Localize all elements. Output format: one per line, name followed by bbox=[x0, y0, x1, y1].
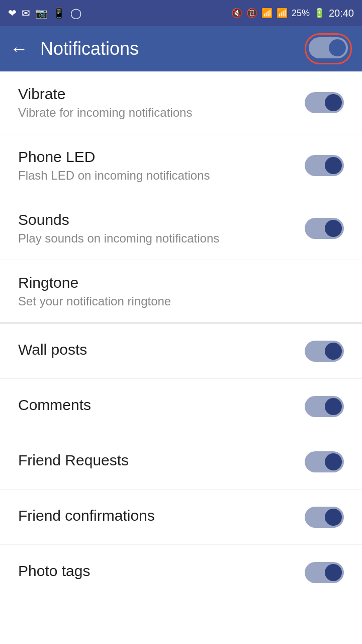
photo-tags-title: Photo tags bbox=[18, 562, 305, 580]
photo-tags-toggle[interactable] bbox=[305, 562, 344, 583]
settings-item-photo-tags[interactable]: Photo tags bbox=[0, 545, 362, 600]
vibrate-toggle-thumb bbox=[325, 94, 342, 111]
volume-off-icon: 📵 bbox=[246, 8, 257, 19]
ringtone-subtitle: Set your notification ringtone bbox=[18, 294, 344, 308]
wifi-icon: 📶 bbox=[261, 8, 273, 19]
comments-toggle[interactable] bbox=[305, 396, 344, 417]
wall-posts-toggle-thumb bbox=[325, 343, 342, 360]
sounds-toggle-track bbox=[305, 218, 344, 239]
phone-led-title: Phone LED bbox=[18, 148, 305, 166]
settings-item-comments[interactable]: Comments bbox=[0, 379, 362, 434]
photo-tags-text: Photo tags bbox=[18, 562, 305, 583]
master-toggle-thumb bbox=[329, 39, 346, 56]
vibrate-toggle[interactable] bbox=[305, 92, 344, 113]
wall-posts-toggle[interactable] bbox=[305, 341, 344, 362]
wall-posts-toggle-track bbox=[305, 341, 344, 362]
settings-item-sounds[interactable]: Sounds Play sounds on incoming notificat… bbox=[0, 197, 362, 260]
photo-tags-toggle-thumb bbox=[325, 564, 342, 581]
back-button[interactable]: ← bbox=[10, 38, 28, 59]
settings-item-phone-led[interactable]: Phone LED Flash LED on incoming notifica… bbox=[0, 134, 362, 197]
header-left: ← Notifications bbox=[10, 38, 139, 59]
pinterest-icon: ❤ bbox=[8, 7, 17, 19]
phone-led-toggle-thumb bbox=[325, 157, 342, 174]
status-icons-right: 🔇 📵 📶 📶 25% 🔋 20:40 bbox=[231, 8, 354, 19]
clock: 20:40 bbox=[329, 8, 354, 19]
friend-requests-toggle-thumb bbox=[325, 453, 342, 470]
friend-confirmations-toggle-track bbox=[305, 507, 344, 528]
ringtone-text: Ringtone Set your notification ringtone bbox=[18, 274, 344, 308]
photo-tags-toggle-track bbox=[305, 562, 344, 583]
friend-requests-text: Friend Requests bbox=[18, 452, 305, 472]
wall-posts-title: Wall posts bbox=[18, 341, 305, 358]
friend-confirmations-toggle[interactable] bbox=[305, 507, 344, 528]
comments-text: Comments bbox=[18, 396, 305, 417]
friend-requests-title: Friend Requests bbox=[18, 452, 305, 469]
settings-list: Vibrate Vibrate for incoming notificatio… bbox=[0, 71, 362, 600]
ringtone-title: Ringtone bbox=[18, 274, 344, 291]
status-bar: ❤ ✉ 📷 📱 ◯ 🔇 📵 📶 📶 25% 🔋 20:40 bbox=[0, 0, 362, 26]
settings-item-wall-posts[interactable]: Wall posts bbox=[0, 324, 362, 379]
wall-posts-text: Wall posts bbox=[18, 341, 305, 361]
friend-confirmations-toggle-thumb bbox=[325, 509, 342, 526]
vibrate-subtitle: Vibrate for incoming notifications bbox=[18, 106, 305, 120]
bluetooth-mute-icon: 🔇 bbox=[231, 8, 242, 19]
phone-led-toggle[interactable] bbox=[305, 155, 344, 176]
sounds-subtitle: Play sounds on incoming notifications bbox=[18, 231, 305, 246]
sounds-title: Sounds bbox=[18, 211, 305, 228]
sounds-text: Sounds Play sounds on incoming notificat… bbox=[18, 211, 305, 246]
phone-led-toggle-track bbox=[305, 155, 344, 176]
friend-confirmations-title: Friend confirmations bbox=[18, 507, 305, 524]
master-toggle-track bbox=[309, 37, 348, 58]
settings-item-friend-confirmations[interactable]: Friend confirmations bbox=[0, 490, 362, 545]
battery-level: 25% bbox=[292, 8, 310, 19]
sounds-toggle-thumb bbox=[325, 220, 342, 237]
friend-requests-toggle[interactable] bbox=[305, 451, 344, 472]
master-toggle[interactable] bbox=[309, 37, 348, 58]
status-icons-left: ❤ ✉ 📷 📱 ◯ bbox=[8, 7, 81, 19]
phone-led-subtitle: Flash LED on incoming notifications bbox=[18, 169, 305, 183]
vibrate-title: Vibrate bbox=[18, 86, 305, 103]
friend-confirmations-text: Friend confirmations bbox=[18, 507, 305, 527]
settings-item-friend-requests[interactable]: Friend Requests bbox=[0, 434, 362, 490]
battery-icon: 🔋 bbox=[314, 8, 325, 19]
image-icon: 📷 bbox=[35, 7, 48, 19]
settings-item-vibrate[interactable]: Vibrate Vibrate for incoming notificatio… bbox=[0, 71, 362, 134]
sounds-toggle[interactable] bbox=[305, 218, 344, 239]
signal-icon: 📶 bbox=[277, 8, 288, 19]
email-icon: ✉ bbox=[22, 7, 30, 19]
master-toggle-wrapper[interactable] bbox=[305, 33, 352, 64]
vibrate-text: Vibrate Vibrate for incoming notificatio… bbox=[18, 86, 305, 120]
tablet-icon: 📱 bbox=[53, 7, 65, 19]
page-title: Notifications bbox=[40, 38, 139, 59]
vibrate-toggle-track bbox=[305, 92, 344, 113]
comments-title: Comments bbox=[18, 396, 305, 414]
phone-led-text: Phone LED Flash LED on incoming notifica… bbox=[18, 148, 305, 183]
settings-item-ringtone[interactable]: Ringtone Set your notification ringtone bbox=[0, 260, 362, 323]
friend-requests-toggle-track bbox=[305, 451, 344, 472]
comments-toggle-thumb bbox=[325, 398, 342, 415]
vodafone-icon: ◯ bbox=[70, 7, 81, 19]
app-header: ← Notifications bbox=[0, 26, 362, 71]
comments-toggle-track bbox=[305, 396, 344, 417]
